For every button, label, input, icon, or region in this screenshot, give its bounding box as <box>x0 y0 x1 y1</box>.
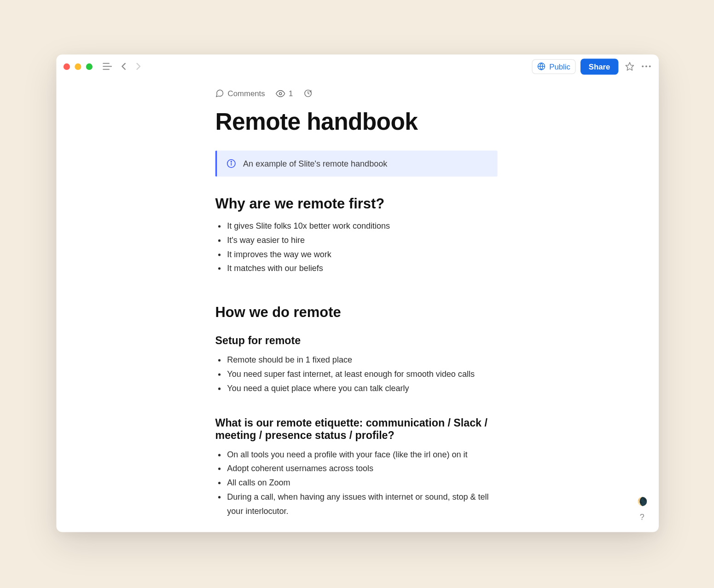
globe-icon <box>537 62 546 70</box>
svg-marker-5 <box>626 63 633 70</box>
views-counter[interactable]: 1 <box>276 89 293 98</box>
app-window: Public Share Comments <box>56 54 659 532</box>
maximize-window-icon[interactable] <box>86 63 93 69</box>
list-item: You need a quiet place where you can tal… <box>227 381 497 396</box>
nav-back-button[interactable] <box>119 61 129 72</box>
list-item: During a call, when having any issues wi… <box>227 490 497 518</box>
list-item: On all tools you need a profile with you… <box>227 448 497 462</box>
minimize-window-icon[interactable] <box>75 63 81 69</box>
svg-point-8 <box>649 65 651 67</box>
heading-why: Why are we remote first? <box>215 196 498 212</box>
visibility-badge[interactable]: Public <box>532 59 576 74</box>
more-menu-button[interactable] <box>641 61 651 72</box>
document-body: Comments 1 Remote handbook <box>215 78 498 532</box>
theme-toggle-button[interactable]: 🌘 <box>636 496 648 507</box>
document-viewport: Comments 1 Remote handbook <box>56 78 659 532</box>
window-controls <box>64 63 93 69</box>
heading-how: How we do remote <box>215 304 498 321</box>
list-item: It improves the way we work <box>227 248 497 262</box>
subheading-setup: Setup for remote <box>215 335 498 347</box>
comments-button[interactable]: Comments <box>215 89 265 98</box>
titlebar: Public Share <box>56 54 659 78</box>
view-count: 1 <box>289 89 293 98</box>
toggle-sidebar-button[interactable] <box>102 61 113 72</box>
svg-point-6 <box>642 65 644 67</box>
help-button[interactable]: ? <box>636 511 648 523</box>
callout-text: An example of Slite's remote handbook <box>243 159 387 168</box>
list-why: It gives Slite folks 10x better work con… <box>215 219 498 276</box>
list-item: Remote should be in 1 fixed place <box>227 353 497 368</box>
info-callout: An example of Slite's remote handbook <box>215 150 498 177</box>
subheading-etiquette: What is our remote etiquette: communicat… <box>215 417 498 442</box>
question-icon: ? <box>640 512 644 522</box>
list-item: It matches with our beliefs <box>227 262 497 276</box>
list-item: All calls on Zoom <box>227 476 497 490</box>
clock-refresh-icon <box>304 89 313 98</box>
history-button[interactable] <box>304 89 313 98</box>
list-item: It's way easier to hire <box>227 233 497 248</box>
list-item: It gives Slite folks 10x better work con… <box>227 219 497 234</box>
moon-icon: 🌘 <box>637 496 647 506</box>
doc-meta-row: Comments 1 <box>215 89 498 98</box>
close-window-icon[interactable] <box>64 63 70 69</box>
list-setup: Remote should be in 1 fixed place You ne… <box>215 353 498 396</box>
favorite-button[interactable] <box>624 61 635 72</box>
list-etiquette: On all tools you need a profile with you… <box>215 448 498 518</box>
svg-point-7 <box>645 65 647 67</box>
eye-icon <box>276 90 285 97</box>
comments-label: Comments <box>228 89 265 98</box>
nav-forward-button[interactable] <box>133 61 144 72</box>
svg-point-13 <box>231 161 232 162</box>
list-item: You need super fast internet, at least e… <box>227 368 497 382</box>
page-title: Remote handbook <box>215 109 498 135</box>
comment-icon <box>215 89 224 98</box>
share-button[interactable]: Share <box>580 58 619 75</box>
visibility-label: Public <box>549 62 570 71</box>
svg-point-9 <box>279 92 281 94</box>
list-item: Adopt coherent usernames across tools <box>227 462 497 476</box>
info-icon <box>226 159 236 168</box>
